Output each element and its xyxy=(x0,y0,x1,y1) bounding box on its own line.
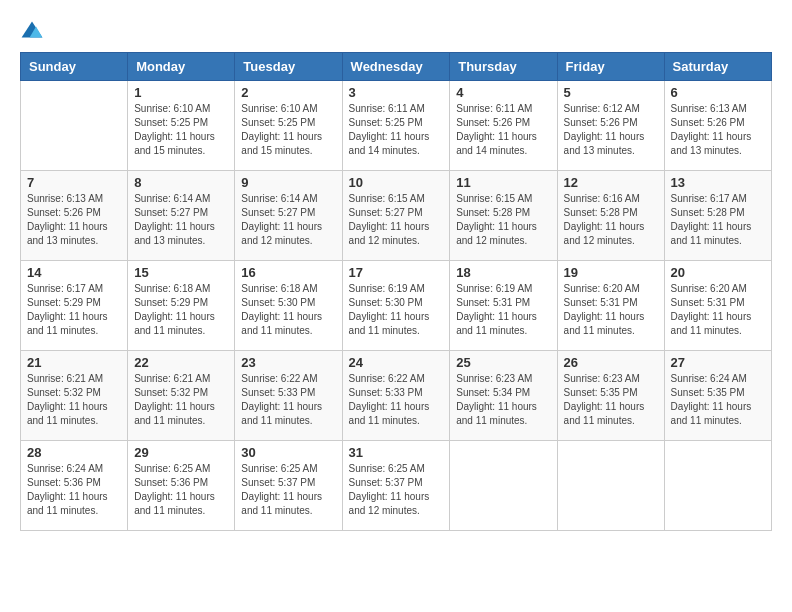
calendar-cell: 13Sunrise: 6:17 AMSunset: 5:28 PMDayligh… xyxy=(664,171,771,261)
day-info: Sunrise: 6:24 AMSunset: 5:35 PMDaylight:… xyxy=(671,372,765,428)
day-number: 26 xyxy=(564,355,658,370)
calendar-cell: 3Sunrise: 6:11 AMSunset: 5:25 PMDaylight… xyxy=(342,81,450,171)
calendar: SundayMondayTuesdayWednesdayThursdayFrid… xyxy=(20,52,772,531)
day-info: Sunrise: 6:24 AMSunset: 5:36 PMDaylight:… xyxy=(27,462,121,518)
calendar-cell: 8Sunrise: 6:14 AMSunset: 5:27 PMDaylight… xyxy=(128,171,235,261)
day-number: 6 xyxy=(671,85,765,100)
calendar-cell xyxy=(450,441,557,531)
day-number: 29 xyxy=(134,445,228,460)
day-number: 11 xyxy=(456,175,550,190)
day-number: 13 xyxy=(671,175,765,190)
day-number: 10 xyxy=(349,175,444,190)
day-number: 14 xyxy=(27,265,121,280)
calendar-cell xyxy=(557,441,664,531)
calendar-cell: 5Sunrise: 6:12 AMSunset: 5:26 PMDaylight… xyxy=(557,81,664,171)
calendar-cell: 31Sunrise: 6:25 AMSunset: 5:37 PMDayligh… xyxy=(342,441,450,531)
day-info: Sunrise: 6:25 AMSunset: 5:37 PMDaylight:… xyxy=(241,462,335,518)
week-row-4: 21Sunrise: 6:21 AMSunset: 5:32 PMDayligh… xyxy=(21,351,772,441)
day-info: Sunrise: 6:10 AMSunset: 5:25 PMDaylight:… xyxy=(241,102,335,158)
calendar-cell: 22Sunrise: 6:21 AMSunset: 5:32 PMDayligh… xyxy=(128,351,235,441)
day-info: Sunrise: 6:17 AMSunset: 5:29 PMDaylight:… xyxy=(27,282,121,338)
day-header-thursday: Thursday xyxy=(450,53,557,81)
calendar-cell: 11Sunrise: 6:15 AMSunset: 5:28 PMDayligh… xyxy=(450,171,557,261)
calendar-cell: 24Sunrise: 6:22 AMSunset: 5:33 PMDayligh… xyxy=(342,351,450,441)
day-info: Sunrise: 6:18 AMSunset: 5:29 PMDaylight:… xyxy=(134,282,228,338)
day-number: 9 xyxy=(241,175,335,190)
day-number: 16 xyxy=(241,265,335,280)
week-row-3: 14Sunrise: 6:17 AMSunset: 5:29 PMDayligh… xyxy=(21,261,772,351)
calendar-cell: 10Sunrise: 6:15 AMSunset: 5:27 PMDayligh… xyxy=(342,171,450,261)
calendar-cell: 21Sunrise: 6:21 AMSunset: 5:32 PMDayligh… xyxy=(21,351,128,441)
day-number: 18 xyxy=(456,265,550,280)
day-number: 31 xyxy=(349,445,444,460)
calendar-cell: 6Sunrise: 6:13 AMSunset: 5:26 PMDaylight… xyxy=(664,81,771,171)
day-number: 20 xyxy=(671,265,765,280)
day-info: Sunrise: 6:19 AMSunset: 5:30 PMDaylight:… xyxy=(349,282,444,338)
day-info: Sunrise: 6:23 AMSunset: 5:34 PMDaylight:… xyxy=(456,372,550,428)
calendar-cell: 18Sunrise: 6:19 AMSunset: 5:31 PMDayligh… xyxy=(450,261,557,351)
day-info: Sunrise: 6:25 AMSunset: 5:37 PMDaylight:… xyxy=(349,462,444,518)
calendar-cell: 17Sunrise: 6:19 AMSunset: 5:30 PMDayligh… xyxy=(342,261,450,351)
day-number: 22 xyxy=(134,355,228,370)
week-row-1: 1Sunrise: 6:10 AMSunset: 5:25 PMDaylight… xyxy=(21,81,772,171)
calendar-cell: 28Sunrise: 6:24 AMSunset: 5:36 PMDayligh… xyxy=(21,441,128,531)
day-number: 23 xyxy=(241,355,335,370)
day-number: 15 xyxy=(134,265,228,280)
day-info: Sunrise: 6:12 AMSunset: 5:26 PMDaylight:… xyxy=(564,102,658,158)
logo-icon xyxy=(20,20,44,44)
logo xyxy=(20,20,48,44)
calendar-cell: 15Sunrise: 6:18 AMSunset: 5:29 PMDayligh… xyxy=(128,261,235,351)
day-info: Sunrise: 6:14 AMSunset: 5:27 PMDaylight:… xyxy=(241,192,335,248)
day-number: 1 xyxy=(134,85,228,100)
calendar-cell: 9Sunrise: 6:14 AMSunset: 5:27 PMDaylight… xyxy=(235,171,342,261)
calendar-cell: 26Sunrise: 6:23 AMSunset: 5:35 PMDayligh… xyxy=(557,351,664,441)
day-info: Sunrise: 6:11 AMSunset: 5:25 PMDaylight:… xyxy=(349,102,444,158)
day-number: 30 xyxy=(241,445,335,460)
calendar-cell: 23Sunrise: 6:22 AMSunset: 5:33 PMDayligh… xyxy=(235,351,342,441)
day-header-saturday: Saturday xyxy=(664,53,771,81)
day-info: Sunrise: 6:21 AMSunset: 5:32 PMDaylight:… xyxy=(134,372,228,428)
calendar-cell xyxy=(664,441,771,531)
calendar-cell: 16Sunrise: 6:18 AMSunset: 5:30 PMDayligh… xyxy=(235,261,342,351)
week-row-5: 28Sunrise: 6:24 AMSunset: 5:36 PMDayligh… xyxy=(21,441,772,531)
day-info: Sunrise: 6:17 AMSunset: 5:28 PMDaylight:… xyxy=(671,192,765,248)
day-number: 25 xyxy=(456,355,550,370)
page-header xyxy=(20,20,772,44)
calendar-cell: 25Sunrise: 6:23 AMSunset: 5:34 PMDayligh… xyxy=(450,351,557,441)
day-number: 17 xyxy=(349,265,444,280)
day-number: 8 xyxy=(134,175,228,190)
day-number: 3 xyxy=(349,85,444,100)
day-info: Sunrise: 6:11 AMSunset: 5:26 PMDaylight:… xyxy=(456,102,550,158)
day-info: Sunrise: 6:15 AMSunset: 5:28 PMDaylight:… xyxy=(456,192,550,248)
day-number: 24 xyxy=(349,355,444,370)
day-info: Sunrise: 6:20 AMSunset: 5:31 PMDaylight:… xyxy=(671,282,765,338)
calendar-cell: 12Sunrise: 6:16 AMSunset: 5:28 PMDayligh… xyxy=(557,171,664,261)
calendar-cell: 2Sunrise: 6:10 AMSunset: 5:25 PMDaylight… xyxy=(235,81,342,171)
day-number: 21 xyxy=(27,355,121,370)
day-info: Sunrise: 6:21 AMSunset: 5:32 PMDaylight:… xyxy=(27,372,121,428)
day-header-monday: Monday xyxy=(128,53,235,81)
day-info: Sunrise: 6:10 AMSunset: 5:25 PMDaylight:… xyxy=(134,102,228,158)
calendar-cell: 20Sunrise: 6:20 AMSunset: 5:31 PMDayligh… xyxy=(664,261,771,351)
day-number: 12 xyxy=(564,175,658,190)
day-info: Sunrise: 6:22 AMSunset: 5:33 PMDaylight:… xyxy=(349,372,444,428)
day-info: Sunrise: 6:16 AMSunset: 5:28 PMDaylight:… xyxy=(564,192,658,248)
day-info: Sunrise: 6:18 AMSunset: 5:30 PMDaylight:… xyxy=(241,282,335,338)
calendar-cell xyxy=(21,81,128,171)
calendar-cell: 1Sunrise: 6:10 AMSunset: 5:25 PMDaylight… xyxy=(128,81,235,171)
day-info: Sunrise: 6:25 AMSunset: 5:36 PMDaylight:… xyxy=(134,462,228,518)
day-info: Sunrise: 6:22 AMSunset: 5:33 PMDaylight:… xyxy=(241,372,335,428)
calendar-cell: 27Sunrise: 6:24 AMSunset: 5:35 PMDayligh… xyxy=(664,351,771,441)
day-number: 7 xyxy=(27,175,121,190)
day-info: Sunrise: 6:14 AMSunset: 5:27 PMDaylight:… xyxy=(134,192,228,248)
day-number: 2 xyxy=(241,85,335,100)
day-info: Sunrise: 6:13 AMSunset: 5:26 PMDaylight:… xyxy=(671,102,765,158)
day-number: 5 xyxy=(564,85,658,100)
calendar-cell: 30Sunrise: 6:25 AMSunset: 5:37 PMDayligh… xyxy=(235,441,342,531)
day-info: Sunrise: 6:20 AMSunset: 5:31 PMDaylight:… xyxy=(564,282,658,338)
day-info: Sunrise: 6:13 AMSunset: 5:26 PMDaylight:… xyxy=(27,192,121,248)
day-info: Sunrise: 6:23 AMSunset: 5:35 PMDaylight:… xyxy=(564,372,658,428)
calendar-cell: 19Sunrise: 6:20 AMSunset: 5:31 PMDayligh… xyxy=(557,261,664,351)
day-number: 27 xyxy=(671,355,765,370)
day-header-tuesday: Tuesday xyxy=(235,53,342,81)
